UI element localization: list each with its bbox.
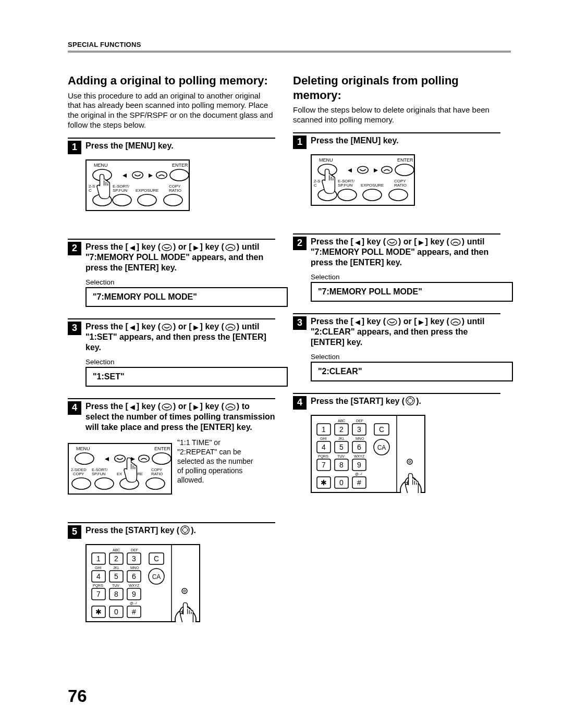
label-def: DEF — [356, 419, 363, 423]
key-3: 3 — [132, 554, 136, 563]
svg-text:COPY: COPY — [73, 472, 84, 476]
step-5-left: 5 Press the [START] key (). ABC DEF GHI … — [68, 525, 275, 622]
label-menu: MENU — [319, 157, 333, 163]
key-6: 6 — [132, 572, 136, 581]
oval-up-icon — [450, 318, 461, 326]
key-7: 7 — [96, 590, 101, 598]
left-arrow-icon — [129, 245, 136, 251]
svg-point-18 — [95, 478, 114, 489]
selection-label: Selection — [311, 273, 500, 281]
selection-label: Selection — [85, 278, 275, 286]
step-4-left: 4 Press the [] key () or [] key () to se… — [68, 401, 275, 511]
key-9: 9 — [132, 590, 136, 598]
key-6: 6 — [357, 443, 361, 451]
lcd-display: "1:SET" — [85, 367, 288, 387]
oval-up-icon — [225, 244, 236, 251]
step-3-left: 3 Press the [] key () or [] key () until… — [68, 322, 275, 387]
right-arrow-icon — [193, 325, 199, 331]
label-tuv: TUV — [337, 454, 345, 458]
label-jkl: JKL — [113, 566, 119, 570]
label-spfun: SP.FUN — [338, 183, 353, 188]
right-arrow-icon — [418, 240, 424, 246]
svg-point-44 — [338, 189, 357, 201]
svg-point-46 — [389, 189, 408, 201]
left-arrow-icon — [354, 240, 361, 246]
key-2: 2 — [339, 425, 344, 434]
label-abc: ABC — [113, 548, 120, 552]
key-clear-all: CA — [152, 573, 161, 581]
step-rule — [68, 522, 275, 523]
svg-point-42 — [395, 164, 414, 176]
step-number: 2 — [293, 237, 307, 250]
label-ratio: RATIO — [151, 472, 163, 476]
label-pqrs: PQRS — [93, 584, 103, 588]
label-enter: ENTER — [397, 157, 413, 163]
manual-page: SPECIAL FUNCTIONS Adding a original to p… — [0, 0, 563, 728]
key-clear: C — [154, 554, 159, 563]
oval-down-icon — [387, 239, 397, 246]
step-title: Press the [] key () or [] key () to sele… — [85, 401, 275, 433]
label-abc: ABC — [338, 419, 345, 423]
oval-down-icon — [162, 244, 172, 251]
oval-down-icon — [387, 318, 397, 326]
label-tuv: TUV — [112, 584, 119, 587]
svg-point-20 — [146, 478, 165, 489]
key-star: ✱ — [95, 608, 102, 616]
key-hash: # — [132, 608, 136, 616]
key-clear: C — [379, 425, 384, 434]
keypad-diagram: ABC DEF GHI JKL MNO PQRS TUV WXYZ @.-/ 1… — [85, 544, 200, 622]
label-menu: MENU — [76, 446, 90, 451]
key-5: 5 — [339, 443, 344, 451]
oval-down-icon — [162, 324, 172, 331]
step-3-right: 3 Press the [] key () or [] key () until… — [293, 316, 500, 381]
left-arrow-icon — [354, 319, 361, 326]
svg-point-11 — [138, 194, 156, 206]
start-key-icon — [180, 525, 190, 535]
selection-label: Selection — [85, 358, 275, 366]
head-rule — [68, 51, 511, 53]
page-number: 76 — [68, 686, 87, 706]
right-arrow-icon — [193, 404, 199, 411]
step-2-left: 2 Press the [] key () or [] key () until… — [68, 242, 275, 307]
key-0: 0 — [339, 478, 344, 487]
step-number: 3 — [68, 322, 81, 335]
key-star: ✱ — [321, 478, 327, 487]
step-number: 3 — [293, 316, 307, 330]
step-number: 5 — [68, 525, 81, 539]
label-enter: ENTER — [172, 163, 188, 168]
oval-up-icon — [225, 403, 236, 411]
step-rule — [68, 138, 275, 139]
step-title: Press the [] key () or [] key () until "… — [311, 316, 500, 348]
svg-point-10 — [113, 194, 131, 206]
key-clear-all: CA — [377, 444, 386, 451]
svg-point-14 — [75, 453, 94, 464]
step-rule — [68, 239, 275, 240]
label-menu: MENU — [94, 163, 108, 168]
key-hash: # — [357, 478, 361, 487]
svg-point-8 — [170, 169, 189, 181]
label-mno: MNO — [130, 566, 139, 570]
key-1: 1 — [322, 425, 326, 434]
svg-point-17 — [72, 478, 91, 489]
label-pqrs: PQRS — [318, 454, 328, 459]
step-number: 1 — [293, 135, 307, 149]
left-column: Adding a original to polling memory: Use… — [68, 73, 275, 634]
step-1-right: 1 Press the [MENU] key. MENU ENTER 2-S C… — [293, 135, 500, 222]
label-at: @.-/ — [130, 601, 137, 605]
step-title: Press the [MENU] key. — [311, 135, 399, 146]
running-head: SPECIAL FUNCTIONS — [68, 41, 511, 48]
key-9: 9 — [357, 461, 361, 469]
label-spfun: SP.FUN — [113, 188, 128, 193]
svg-point-45 — [363, 189, 382, 201]
step-title: Press the [MENU] key. — [85, 141, 174, 151]
start-key-icon — [406, 396, 415, 405]
key-8: 8 — [114, 590, 118, 598]
key-4: 4 — [96, 572, 101, 581]
key-3: 3 — [357, 425, 361, 434]
step-2-right: 2 Press the [] key () or [] key () until… — [293, 237, 500, 302]
label-ratio: RATIO — [394, 183, 407, 188]
right-arrow-icon — [418, 319, 424, 326]
menu-panel-diagram: MENU ENTER 2-SIDED COPY E-SORT/ SP.FUN E… — [68, 443, 172, 511]
step-rule — [293, 393, 500, 394]
step-rule — [293, 313, 500, 314]
